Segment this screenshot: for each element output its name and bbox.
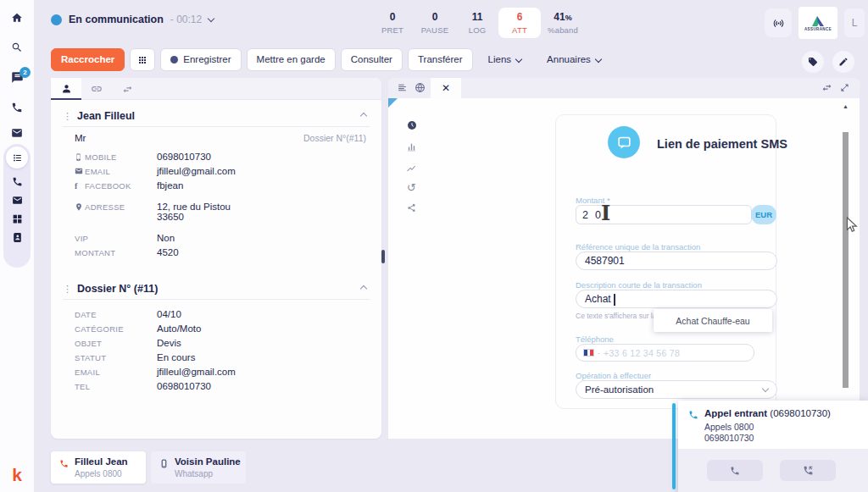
- sidebar: 2 k: [0, 0, 34, 492]
- table-icon[interactable]: [12, 213, 23, 224]
- phone-icon[interactable]: [0, 102, 34, 113]
- reference-field: [576, 252, 777, 270]
- flag-dropdown-dot: ·: [598, 349, 600, 357]
- contact-field-adresse: ADRESSE 12, rue du Pistou 33650: [63, 199, 370, 224]
- session-tab-voisin[interactable]: Voisin Pauline Whatsapp: [151, 451, 246, 484]
- dossier-field-categorie: CATÉGORIEAuto/Moto: [63, 321, 370, 335]
- incoming-call-queue: Appels 0800: [704, 422, 754, 432]
- france-flag-icon: [583, 349, 594, 357]
- reference-input[interactable]: [576, 252, 776, 269]
- drag-grip-icon[interactable]: ⋮: [63, 111, 72, 122]
- location-pin-icon: [75, 202, 85, 212]
- line-chart-icon[interactable]: [407, 164, 416, 174]
- mail-icon[interactable]: [12, 195, 23, 206]
- stat-log: 11 LOG: [456, 8, 498, 38]
- contact-book-icon[interactable]: [12, 232, 23, 243]
- operation-select[interactable]: Pré-autorisation: [576, 380, 777, 399]
- list-icon[interactable]: [6, 146, 28, 169]
- record-button[interactable]: Enregistrer: [160, 48, 241, 71]
- search-icon[interactable]: [0, 41, 34, 53]
- session-tab-subtitle: Appels 0800: [75, 469, 122, 478]
- status-dot-icon: [51, 14, 62, 25]
- share-nodes-icon[interactable]: [407, 203, 416, 213]
- panel-resize-grip[interactable]: [381, 250, 385, 263]
- bar-chart-icon[interactable]: [407, 142, 416, 152]
- answer-call-button[interactable]: [707, 460, 763, 481]
- amount-input[interactable]: [576, 205, 752, 224]
- mail-icon[interactable]: [0, 127, 34, 139]
- phone-input[interactable]: · +33 6 12 34 56 78: [576, 344, 754, 362]
- operation-label: Opération à effectuer: [576, 371, 651, 380]
- edit-button[interactable]: [832, 51, 854, 73]
- hold-button[interactable]: Mettre en garde: [247, 48, 336, 71]
- status-timer: - 00:12: [170, 14, 202, 25]
- profile-button[interactable]: L: [844, 8, 865, 37]
- collapse-icon[interactable]: [360, 285, 367, 292]
- tag-button[interactable]: [802, 51, 824, 73]
- chevron-down-icon: [208, 15, 214, 22]
- text-caret: [614, 294, 615, 306]
- phone-icon: [59, 459, 69, 468]
- stat-pret: 0 PRET: [371, 8, 414, 38]
- brand-logo: ASSURANCE: [798, 7, 837, 39]
- stat-pause: 0 PAUSE: [414, 8, 456, 38]
- collapse-icon[interactable]: [360, 113, 367, 119]
- description-input[interactable]: [576, 290, 776, 307]
- swap-arrows-icon: [122, 84, 133, 95]
- contact-field-facebook: f FACEBOOK fbjean: [63, 178, 370, 192]
- contact-panel-tabs: [51, 78, 381, 100]
- close-tab-button[interactable]: ✕: [431, 78, 461, 98]
- session-tab-title: Voisin Pauline: [175, 456, 241, 467]
- scrollbar-thumb[interactable]: [843, 132, 849, 388]
- browser-tabbar: ✕: [388, 78, 860, 98]
- embedded-page: ↺ Lien de paiement SMS Montant * EUR Réf…: [388, 98, 860, 439]
- tab-routing[interactable]: [112, 78, 142, 100]
- contact-name: Jean Filleul: [77, 110, 356, 122]
- amount-field-row: EUR: [576, 205, 777, 224]
- clock-icon[interactable]: [407, 120, 417, 130]
- topbar-right: ASSURANCE L: [765, 7, 865, 39]
- phone-placeholder: +33 6 12 34 56 78: [604, 348, 680, 358]
- hangup-button[interactable]: Raccrocher: [51, 48, 125, 71]
- swap-arrows-icon[interactable]: [821, 82, 832, 93]
- consult-button[interactable]: Consulter: [341, 48, 403, 71]
- mobile-icon: [75, 152, 85, 162]
- globe-icon[interactable]: [415, 82, 426, 93]
- dossier-field-email: EMAILjfilleul@gmail.com: [63, 364, 370, 379]
- history-icon[interactable]: ↺: [407, 183, 416, 193]
- home-icon[interactable]: [0, 12, 34, 24]
- dialpad-button[interactable]: [130, 48, 155, 71]
- dialpad-icon: [137, 55, 147, 65]
- scroll-up-arrow[interactable]: ▲: [843, 103, 849, 110]
- dossier-section-header: ⋮ Dossier N° (#11): [63, 279, 370, 299]
- incoming-call-actions: [678, 449, 868, 492]
- transfer-button[interactable]: Transférer: [408, 48, 473, 71]
- phone-icon[interactable]: [12, 176, 23, 187]
- directories-menu[interactable]: Annuaires: [537, 48, 611, 71]
- sms-bubble-icon: [608, 126, 640, 158]
- session-tab-filleul[interactable]: Filleul Jean Appels 0800: [51, 451, 146, 484]
- tab-links[interactable]: [81, 78, 112, 100]
- dossier-field-statut: STATUTEn cours: [63, 350, 370, 364]
- stat-att: 6 ATT: [498, 8, 541, 38]
- chat-badge: 2: [19, 67, 31, 78]
- phone-forward-icon: [803, 465, 814, 476]
- incoming-call-accent-bar: [672, 403, 676, 489]
- incoming-call-number: 0698010730: [704, 433, 754, 443]
- forward-call-button[interactable]: [780, 460, 836, 481]
- call-status-selector[interactable]: En communication - 00:12: [51, 14, 214, 25]
- dossier-field-objet: OBJETDevis: [63, 335, 370, 350]
- stat-aband: 41% %aband: [541, 8, 585, 38]
- broadcast-button[interactable]: [765, 8, 792, 37]
- text-lines-icon[interactable]: [397, 82, 408, 93]
- expand-icon[interactable]: [840, 83, 849, 92]
- autocomplete-suggestion[interactable]: Achat Chauffe-eau: [654, 309, 772, 332]
- chevron-down-icon: [515, 55, 522, 62]
- dossier-title: Dossier N° (#11): [77, 283, 356, 295]
- mail-icon: [75, 167, 85, 175]
- drag-grip-icon[interactable]: ⋮: [63, 284, 72, 295]
- links-menu[interactable]: Liens: [478, 48, 532, 71]
- person-icon: [61, 83, 72, 94]
- tab-contact[interactable]: [51, 78, 81, 100]
- chat-icon[interactable]: 2: [0, 71, 34, 84]
